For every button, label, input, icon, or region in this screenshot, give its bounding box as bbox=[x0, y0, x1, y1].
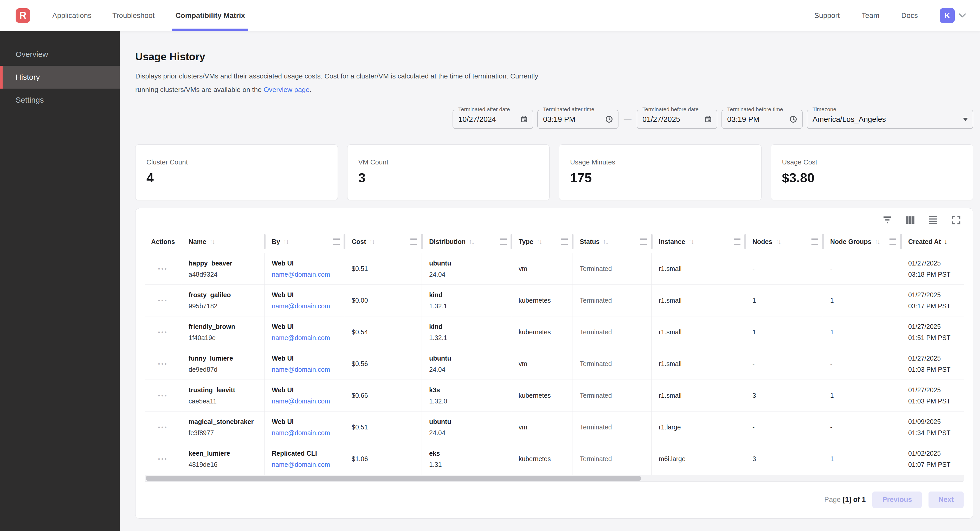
sidebar-item-history[interactable]: History bbox=[0, 66, 119, 89]
column-resize-handle[interactable] bbox=[264, 234, 266, 249]
next-page-button[interactable]: Next bbox=[929, 491, 964, 508]
timezone-select[interactable]: Timezone America/Los_Angeles bbox=[807, 109, 973, 129]
column-menu-icon[interactable] bbox=[333, 238, 340, 245]
column-header-distribution[interactable]: Distribution↑↓ bbox=[422, 230, 511, 253]
sort-icon[interactable]: ↑↓ bbox=[469, 238, 474, 246]
row-email-link[interactable]: name@domain.com bbox=[272, 303, 344, 310]
cell-created_at: 01/27/202503:17 PM PST bbox=[901, 285, 964, 316]
cluster-name: trusting_leavitt bbox=[189, 386, 264, 394]
filter-icon[interactable] bbox=[882, 215, 893, 225]
row-actions-button[interactable]: ••• bbox=[158, 361, 168, 367]
fullscreen-icon[interactable] bbox=[951, 215, 961, 225]
row-actions-button[interactable]: ••• bbox=[158, 425, 168, 430]
column-menu-icon[interactable] bbox=[561, 238, 568, 245]
column-resize-handle[interactable] bbox=[822, 234, 824, 249]
chevron-down-icon[interactable] bbox=[958, 13, 966, 19]
previous-page-button[interactable]: Previous bbox=[872, 491, 922, 508]
cell-name: frosty_galileo995b7182 bbox=[181, 285, 264, 316]
terminated-after-time-input[interactable]: 03:19 PM bbox=[543, 115, 575, 124]
sort-icon[interactable]: ↑↓ bbox=[775, 238, 781, 246]
cell-node_groups: 1 bbox=[823, 380, 901, 412]
sidebar-item-settings[interactable]: Settings bbox=[0, 89, 119, 111]
terminated-before-time-field[interactable]: Terminated before time 03:19 PM bbox=[721, 109, 803, 129]
select-caret-icon[interactable] bbox=[963, 118, 968, 121]
sort-icon[interactable]: ↑↓ bbox=[688, 238, 694, 246]
column-header-node_groups[interactable]: Node Groups↑↓ bbox=[823, 230, 901, 253]
terminated-before-date-input[interactable]: 01/27/2025 bbox=[643, 115, 680, 124]
density-icon[interactable] bbox=[928, 215, 939, 225]
column-resize-handle[interactable] bbox=[511, 234, 512, 249]
column-header-cost[interactable]: Cost↑↓ bbox=[344, 230, 422, 253]
terminated-after-time-field[interactable]: Terminated after time 03:19 PM bbox=[537, 109, 619, 129]
row-actions-button[interactable]: ••• bbox=[158, 456, 168, 462]
tab-troubleshoot[interactable]: Troubleshoot bbox=[112, 0, 154, 31]
column-header-status[interactable]: Status↑↓ bbox=[573, 230, 652, 253]
horizontal-scrollbar-track[interactable] bbox=[145, 475, 964, 482]
nodes-value: 3 bbox=[752, 455, 822, 463]
sort-icon[interactable]: ↑↓ bbox=[369, 238, 374, 246]
column-resize-handle[interactable] bbox=[745, 234, 746, 249]
column-header-nodes[interactable]: Nodes↑↓ bbox=[745, 230, 823, 253]
sort-desc-icon[interactable]: ↓ bbox=[944, 238, 948, 246]
columns-icon[interactable] bbox=[905, 215, 916, 225]
column-menu-icon[interactable] bbox=[811, 238, 818, 245]
sort-icon[interactable]: ↑↓ bbox=[536, 238, 542, 246]
nav-link-docs[interactable]: Docs bbox=[901, 11, 918, 20]
column-menu-icon[interactable] bbox=[640, 238, 647, 245]
tab-applications[interactable]: Applications bbox=[52, 0, 92, 31]
overview-page-link[interactable]: Overview page bbox=[264, 86, 310, 94]
sidebar-item-overview[interactable]: Overview bbox=[0, 43, 119, 66]
nav-link-team[interactable]: Team bbox=[862, 11, 879, 20]
column-menu-icon[interactable] bbox=[889, 238, 896, 245]
sort-icon[interactable]: ↑↓ bbox=[209, 238, 215, 246]
row-email-link[interactable]: name@domain.com bbox=[272, 271, 344, 278]
terminated-after-date-input[interactable]: 10/27/2024 bbox=[458, 115, 496, 124]
column-resize-handle[interactable] bbox=[651, 234, 652, 249]
column-menu-icon[interactable] bbox=[734, 238, 740, 245]
row-email-link[interactable]: name@domain.com bbox=[272, 334, 344, 342]
sort-icon[interactable]: ↑↓ bbox=[603, 238, 608, 246]
column-resize-handle[interactable] bbox=[344, 234, 345, 249]
instance-value: r1.small bbox=[659, 328, 745, 336]
nav-link-support[interactable]: Support bbox=[815, 11, 840, 20]
sort-icon[interactable]: ↑↓ bbox=[283, 238, 288, 246]
row-email-link[interactable]: name@domain.com bbox=[272, 398, 344, 405]
stat-label: Usage Minutes bbox=[570, 158, 750, 166]
column-resize-handle[interactable] bbox=[421, 234, 423, 249]
cell-distribution: kind1.32.1 bbox=[422, 285, 511, 316]
calendar-icon[interactable] bbox=[520, 115, 528, 123]
column-header-created_at[interactable]: Created At↓ bbox=[901, 230, 964, 253]
sort-icon[interactable]: ↑↓ bbox=[874, 238, 880, 246]
cell-nodes: - bbox=[745, 412, 823, 443]
column-header-instance[interactable]: Instance↑↓ bbox=[652, 230, 745, 253]
clock-icon[interactable] bbox=[789, 115, 797, 124]
tab-compatibility-matrix[interactable]: Compatibility Matrix bbox=[175, 0, 245, 31]
timezone-value[interactable]: America/Los_Angeles bbox=[813, 115, 886, 124]
row-actions-button[interactable]: ••• bbox=[158, 393, 168, 398]
created-time: 01:51 PM PST bbox=[908, 334, 964, 342]
clock-icon[interactable] bbox=[605, 115, 613, 124]
terminated-after-date-field[interactable]: Terminated after date 10/27/2024 bbox=[453, 109, 533, 129]
cluster-name: funny_lumiere bbox=[189, 355, 264, 362]
column-header-name[interactable]: Name↑↓ bbox=[181, 230, 264, 253]
calendar-icon[interactable] bbox=[704, 115, 712, 123]
row-actions-button[interactable]: ••• bbox=[158, 298, 168, 303]
row-email-link[interactable]: name@domain.com bbox=[272, 429, 344, 437]
terminated-before-date-field[interactable]: Terminated before date 01/27/2025 bbox=[637, 109, 718, 129]
replicated-logo[interactable]: R bbox=[16, 8, 30, 23]
stat-label: Cluster Count bbox=[146, 158, 327, 166]
column-header-type[interactable]: Type↑↓ bbox=[511, 230, 573, 253]
column-menu-icon[interactable] bbox=[500, 238, 507, 245]
column-resize-handle[interactable] bbox=[572, 234, 573, 249]
row-actions-button[interactable]: ••• bbox=[158, 330, 168, 335]
column-header-by[interactable]: By↑↓ bbox=[264, 230, 344, 253]
horizontal-scrollbar-thumb[interactable] bbox=[146, 476, 641, 481]
row-email-link[interactable]: name@domain.com bbox=[272, 461, 344, 468]
row-actions-button[interactable]: ••• bbox=[158, 266, 168, 272]
row-email-link[interactable]: name@domain.com bbox=[272, 366, 344, 373]
cell-status: Terminated bbox=[573, 443, 652, 475]
column-menu-icon[interactable] bbox=[410, 238, 417, 245]
column-resize-handle[interactable] bbox=[900, 234, 902, 249]
terminated-before-time-input[interactable]: 03:19 PM bbox=[727, 115, 759, 124]
user-avatar[interactable]: K bbox=[940, 8, 955, 23]
